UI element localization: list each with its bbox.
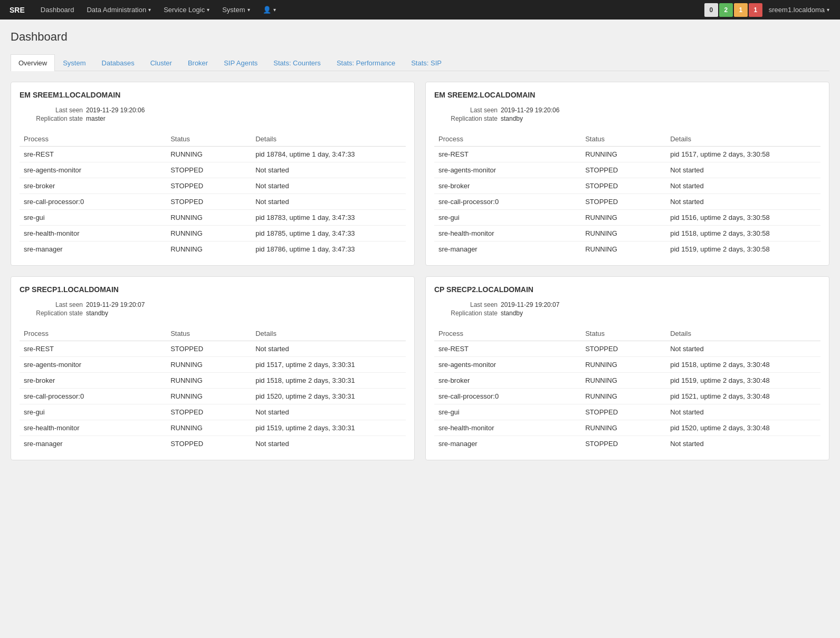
table-row: sre-manager STOPPED Not started xyxy=(20,436,406,452)
process-table-cp-srecp2: Process Status Details sre-REST STOPPED … xyxy=(434,326,820,451)
meta-replication-row: Replication state standby xyxy=(434,310,820,317)
process-name: sre-gui xyxy=(20,210,166,226)
col-header-details: Details xyxy=(666,326,820,341)
process-status: STOPPED xyxy=(166,404,251,420)
table-row: sre-gui RUNNING pid 1516, uptime 2 days,… xyxy=(434,210,820,226)
tab-stats-counters[interactable]: Stats: Counters xyxy=(265,54,329,71)
process-name: sre-manager xyxy=(434,436,581,452)
process-status: RUNNING xyxy=(166,357,251,373)
meta-last-seen-label: Last seen xyxy=(434,107,498,114)
badge-0[interactable]: 0 xyxy=(704,3,718,17)
process-details: Not started xyxy=(251,404,406,420)
process-status: STOPPED xyxy=(166,341,251,357)
tab-system[interactable]: System xyxy=(55,54,93,71)
process-details: pid 1520, uptime 2 days, 3:30:48 xyxy=(666,420,820,436)
meta-last-seen-row: Last seen 2019-11-29 19:20:06 xyxy=(20,107,406,114)
process-details: Not started xyxy=(666,194,820,210)
meta-last-seen-label: Last seen xyxy=(20,107,83,114)
navbar-brand[interactable]: SRE xyxy=(5,6,29,14)
meta-last-seen-label: Last seen xyxy=(434,301,498,308)
meta-replication-row: Replication state standby xyxy=(20,310,406,317)
meta-replication-label: Replication state xyxy=(434,310,498,317)
table-row: sre-REST STOPPED Not started xyxy=(434,341,820,357)
process-details: Not started xyxy=(666,178,820,194)
process-name: sre-broker xyxy=(434,373,581,389)
panel-grid-top: EM SREEM1.LOCALDOMAIN Last seen 2019-11-… xyxy=(11,82,829,266)
meta-last-seen-value: 2019-11-29 19:20:07 xyxy=(501,301,559,308)
navbar-badges: 0 2 1 1 sreem1.localdoma ▾ xyxy=(704,0,835,20)
badge-red[interactable]: 1 xyxy=(749,3,762,17)
table-row: sre-broker RUNNING pid 1518, uptime 2 da… xyxy=(20,373,406,389)
tab-stats-sip[interactable]: Stats: SIP xyxy=(403,54,450,71)
user-menu[interactable]: sreem1.localdoma ▾ xyxy=(763,0,835,20)
table-row: sre-agents-monitor RUNNING pid 1517, upt… xyxy=(20,357,406,373)
table-row: sre-manager RUNNING pid 18786, uptime 1 … xyxy=(20,241,406,257)
badge-orange[interactable]: 1 xyxy=(734,3,748,17)
table-row: sre-REST RUNNING pid 1517, uptime 2 days… xyxy=(434,147,820,162)
table-row: sre-manager RUNNING pid 1519, uptime 2 d… xyxy=(434,241,820,257)
panel-title-em-sreem1: EM SREEM1.LOCALDOMAIN xyxy=(20,91,406,99)
process-name: sre-REST xyxy=(20,341,166,357)
process-details: pid 1517, uptime 2 days, 3:30:58 xyxy=(666,147,820,162)
process-name: sre-manager xyxy=(20,241,166,257)
process-details: pid 1519, uptime 2 days, 3:30:58 xyxy=(666,241,820,257)
process-status: RUNNING xyxy=(166,420,251,436)
process-details: pid 1517, uptime 2 days, 3:30:31 xyxy=(251,357,406,373)
badge-2[interactable]: 2 xyxy=(719,3,733,17)
process-name: sre-health-monitor xyxy=(20,420,166,436)
col-header-status: Status xyxy=(581,326,666,341)
table-row: sre-agents-monitor STOPPED Not started xyxy=(434,162,820,178)
process-status: RUNNING xyxy=(166,241,251,257)
process-status: RUNNING xyxy=(581,147,666,162)
meta-replication-value: standby xyxy=(86,310,108,317)
tab-broker[interactable]: Broker xyxy=(180,54,216,71)
nav-data-administration[interactable]: Data Administration ▾ xyxy=(80,0,157,20)
process-status: RUNNING xyxy=(581,357,666,373)
process-status: STOPPED xyxy=(166,194,251,210)
table-row: sre-manager STOPPED Not started xyxy=(434,436,820,452)
col-header-process: Process xyxy=(20,132,166,147)
process-status: STOPPED xyxy=(166,162,251,178)
process-table-em-sreem1: Process Status Details sre-REST RUNNING … xyxy=(20,132,406,257)
col-header-status: Status xyxy=(166,326,251,341)
process-details: pid 1518, uptime 2 days, 3:30:48 xyxy=(666,357,820,373)
chevron-down-icon: ▾ xyxy=(827,7,829,13)
table-row: sre-broker STOPPED Not started xyxy=(20,178,406,194)
process-status: STOPPED xyxy=(581,404,666,420)
process-name: sre-call-processor:0 xyxy=(434,389,581,404)
tab-overview[interactable]: Overview xyxy=(11,54,55,71)
process-status: RUNNING xyxy=(166,373,251,389)
process-details: Not started xyxy=(666,404,820,420)
navbar: SRE Dashboard Data Administration ▾ Serv… xyxy=(0,0,840,20)
meta-last-seen-value: 2019-11-29 19:20:07 xyxy=(86,301,145,308)
process-details: pid 1519, uptime 2 days, 3:30:48 xyxy=(666,373,820,389)
tab-stats-performance[interactable]: Stats: Performance xyxy=(329,54,403,71)
process-status: STOPPED xyxy=(581,436,666,452)
table-row: sre-health-monitor RUNNING pid 1520, upt… xyxy=(434,420,820,436)
meta-replication-row: Replication state standby xyxy=(434,115,820,122)
meta-last-seen-value: 2019-11-29 19:20:06 xyxy=(86,107,145,114)
process-details: Not started xyxy=(251,194,406,210)
process-status: RUNNING xyxy=(581,420,666,436)
meta-last-seen-row: Last seen 2019-11-29 19:20:06 xyxy=(434,107,820,114)
process-status: RUNNING xyxy=(581,226,666,241)
meta-last-seen-value: 2019-11-29 19:20:06 xyxy=(501,107,559,114)
process-name: sre-broker xyxy=(20,178,166,194)
table-row: sre-agents-monitor STOPPED Not started xyxy=(20,162,406,178)
process-details: pid 18786, uptime 1 day, 3:47:33 xyxy=(251,241,406,257)
nav-system[interactable]: System ▾ xyxy=(216,0,256,20)
tab-databases[interactable]: Databases xyxy=(94,54,142,71)
nav-user[interactable]: 👤 ▾ xyxy=(256,0,282,20)
table-row: sre-gui STOPPED Not started xyxy=(20,404,406,420)
panel-title-em-sreem2: EM SREEM2.LOCALDOMAIN xyxy=(434,91,820,99)
tab-cluster[interactable]: Cluster xyxy=(142,54,180,71)
table-row: sre-broker STOPPED Not started xyxy=(434,178,820,194)
tab-sip-agents[interactable]: SIP Agents xyxy=(216,54,265,71)
table-row: sre-gui RUNNING pid 18783, uptime 1 day,… xyxy=(20,210,406,226)
process-table-em-sreem2: Process Status Details sre-REST RUNNING … xyxy=(434,132,820,257)
nav-dashboard[interactable]: Dashboard xyxy=(34,0,81,20)
panel-title-cp-srecp1: CP SRECP1.LOCALDOMAIN xyxy=(20,285,406,294)
nav-service-logic[interactable]: Service Logic ▾ xyxy=(157,0,216,20)
process-name: sre-REST xyxy=(434,147,581,162)
process-status: RUNNING xyxy=(581,373,666,389)
